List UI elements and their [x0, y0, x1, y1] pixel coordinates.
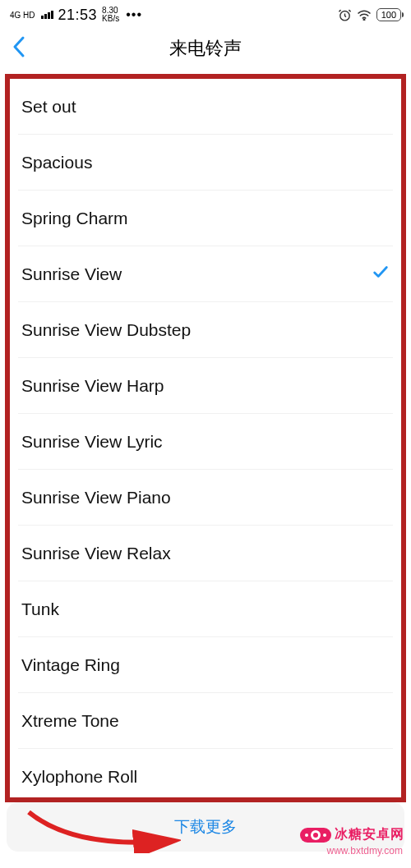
footer-bar: 下载更多 [7, 802, 404, 852]
download-more-button[interactable]: 下载更多 [174, 816, 237, 838]
nav-header: 来电铃声 [0, 26, 411, 71]
status-left: 4G HD 21:53 8.30 KB/s ••• [10, 7, 142, 24]
status-time: 21:53 [58, 7, 98, 24]
ringtone-name: Set out [21, 97, 76, 117]
ringtone-name: Vintage Ring [21, 655, 120, 675]
svg-point-1 [363, 19, 365, 21]
status-bar: 4G HD 21:53 8.30 KB/s ••• 100 [0, 0, 411, 26]
signal-bars-icon [41, 11, 53, 19]
ringtone-item[interactable]: Tunk [18, 581, 393, 637]
ringtone-list[interactable]: Set outSpaciousSpring CharmSunrise ViewS… [10, 79, 401, 802]
ringtone-name: Xtreme Tone [21, 711, 119, 731]
ringtone-name: Xylophone Roll [21, 767, 137, 787]
network-type: 4G HD [10, 11, 35, 20]
data-speed-unit: KB/s [102, 15, 119, 23]
page-title: 来电铃声 [169, 36, 242, 61]
ringtone-item[interactable]: Xtreme Tone [18, 693, 393, 749]
battery-indicator: 100 [376, 8, 401, 21]
status-right: 100 [338, 8, 401, 22]
checkmark-icon [372, 263, 390, 285]
ringtone-item[interactable]: Spacious [18, 135, 393, 191]
ringtone-item[interactable]: Set out [18, 79, 393, 135]
ringtone-item[interactable]: Sunrise View Piano [18, 470, 393, 526]
ringtone-item[interactable]: Sunrise View Harp [18, 358, 393, 414]
wifi-icon [357, 9, 372, 21]
ringtone-item[interactable]: Sunrise View Lyric [18, 414, 393, 470]
ringtone-name: Sunrise View [21, 264, 122, 284]
ringtone-name: Spring Charm [21, 209, 128, 228]
alarm-icon [338, 8, 352, 22]
ringtone-name: Sunrise View Dubstep [21, 320, 191, 340]
more-icon: ••• [126, 7, 142, 22]
network-type-label: 4G HD [10, 11, 35, 20]
ringtone-item[interactable]: Vintage Ring [18, 637, 393, 693]
ringtone-item[interactable]: Sunrise View Relax [18, 526, 393, 581]
ringtone-name: Tunk [21, 599, 59, 619]
data-speed: 8.30 KB/s [102, 7, 119, 23]
back-button[interactable] [12, 35, 26, 62]
ringtone-name: Sunrise View Harp [21, 376, 164, 396]
ringtone-item[interactable]: Sunrise View Dubstep [18, 302, 393, 358]
ringtone-name: Sunrise View Piano [21, 488, 171, 507]
ringtone-item[interactable]: Sunrise View [18, 246, 393, 302]
ringtone-name: Sunrise View Relax [21, 544, 171, 563]
ringtone-item[interactable]: Spring Charm [18, 191, 393, 246]
ringtone-name: Spacious [21, 153, 92, 172]
ringtone-item[interactable]: Xylophone Roll [18, 749, 393, 802]
highlight-box-annotation: Set outSpaciousSpring CharmSunrise ViewS… [5, 74, 406, 802]
ringtone-name: Sunrise View Lyric [21, 432, 163, 452]
